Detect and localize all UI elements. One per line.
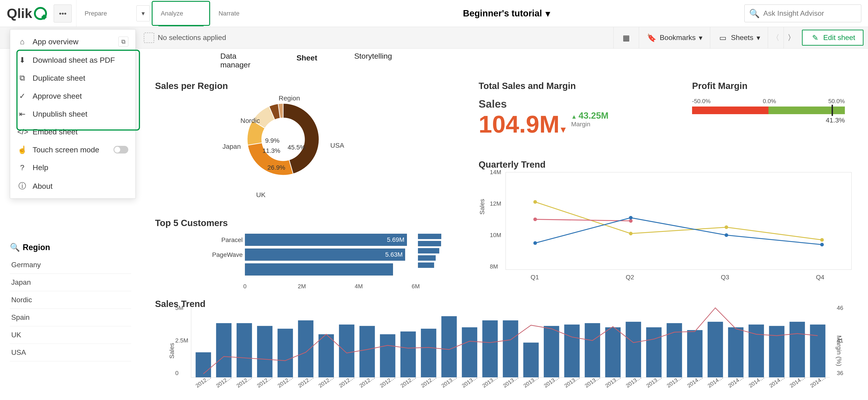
help-icon: ? [17,163,27,172]
svg-rect-27 [544,326,559,377]
tab-analyze[interactable]: Analyze Sheet [152,1,210,26]
svg-point-4 [533,218,537,221]
menu-download-label: Download sheet as PDF [33,56,115,64]
svg-point-0 [533,200,537,204]
chart-sales-trend[interactable]: Sales Trend Sales Margin (%) 02.5M5M 364… [155,299,857,396]
svg-rect-23 [462,328,477,377]
kpi-sales-value: 104.9M [478,110,565,138]
qt-xtick: Q3 [721,274,729,281]
app-title-text: Beginner's tutorial [463,8,542,19]
tab-narrate[interactable]: Narrate Storytelling [210,0,269,27]
download-icon: ⬇ [17,56,27,64]
bookmarks-button[interactable]: 🔖 Bookmarks ▾ [639,27,710,48]
st-ytick: 2.5M [175,337,188,344]
st-y2tick: 46 [837,305,843,311]
chart-quarterly-trend[interactable]: Quarterly Trend Sales 8M10M12M14M Q1Q2Q3… [478,159,854,285]
svg-rect-29 [585,323,600,377]
insight-search-input[interactable] [763,9,857,18]
svg-rect-16 [318,334,334,377]
donut-region-label: Japan [222,143,241,150]
filter-item[interactable]: Germany [10,256,131,274]
global-menu-button[interactable]: ••• [54,4,72,23]
t5-bar[interactable] [245,264,393,276]
chart-top5-customers[interactable]: Top 5 Customers 5.69MParacel5.63MPageWav… [155,218,447,290]
gauge-profit-margin[interactable]: Profit Margin -50.0% 0.0% 50.0% 41.3% [692,81,845,124]
svg-rect-18 [360,326,375,377]
filter-item[interactable]: Japan [10,274,131,291]
kpi-margin: 43.25M Margin [571,111,609,128]
st-ytick: 5M [175,305,183,311]
touch-toggle[interactable] [114,146,128,153]
svg-rect-25 [503,320,518,377]
kpi-total-sales-margin[interactable]: Total Sales and Margin Sales 104.9M 43.2… [478,81,681,138]
donut-region-label: Nordic [241,117,260,124]
sheets-button[interactable]: ▭ Sheets ▾ [710,27,768,48]
t5-bar-name: PageWave [209,251,243,258]
approve-icon: ✓ [17,91,27,100]
svg-rect-26 [523,343,539,377]
qt-plot-area [505,172,851,270]
t5-bar[interactable]: 5.63M [245,249,405,261]
insight-search[interactable]: 🔍 [744,4,861,22]
menu-touch-mode[interactable]: ☝ Touch screen mode [10,141,135,159]
filter-item[interactable]: Nordic [10,291,131,309]
svg-point-2 [725,225,728,229]
svg-rect-21 [421,329,436,377]
svg-rect-32 [646,328,662,377]
no-selections: No selections applied [135,33,226,43]
search-icon: 🔍 [10,243,20,252]
chart-sales-per-region[interactable]: Sales per Region Region USAUKJapanNordic… [155,81,447,202]
svg-rect-35 [708,322,723,377]
filter-item[interactable]: Spain [10,309,131,326]
menu-embed-sheet[interactable]: </> Embed sheet [10,123,135,141]
t5-xtick: 6M [412,283,420,290]
pencil-icon: ✎ [810,33,820,43]
filter-item[interactable]: USA [10,344,131,361]
tab-analyze-sup: Analyze [161,10,201,17]
bookmarks-label: Bookmarks [660,33,696,42]
kpi-margin-label: Margin [571,121,609,128]
chevron-down-icon: ▾ [699,33,703,42]
menu-help[interactable]: ? Help [10,159,135,176]
svg-rect-33 [667,323,682,377]
edit-sheet-button[interactable]: ✎ Edit sheet [802,30,864,45]
app-title[interactable]: Beginner's tutorial ▾ [269,0,744,27]
svg-rect-20 [400,332,416,377]
no-selections-text: No selections applied [158,33,226,42]
duplicate-icon: ⧉ [17,73,27,83]
dashboard: Sales per Region Region USAUKJapanNordic… [144,52,859,398]
menu-download-pdf[interactable]: ⬇ Download sheet as PDF [10,51,135,69]
t5-minimap[interactable] [418,234,443,270]
menu-app-overview[interactable]: ⌂ App overview ⧉ [10,32,135,51]
qt-ytick: 12M [490,200,501,207]
menu-unpublish-sheet[interactable]: ⇤ Unpublish sheet [10,105,135,123]
st-title: Sales Trend [155,299,857,309]
global-menu-popup: ⌂ App overview ⧉ ⬇ Download sheet as PDF… [10,29,136,198]
t5-bar[interactable]: 5.69M [245,234,407,246]
svg-point-9 [820,243,824,247]
donut-pct-label: 9.9% [265,137,280,144]
menu-duplicate-sheet[interactable]: ⧉ Duplicate sheet [10,69,135,87]
svg-point-6 [533,241,537,245]
menu-approve-sheet[interactable]: ✓ Approve sheet [10,87,135,105]
t5-title: Top 5 Customers [155,218,447,228]
open-new-icon[interactable]: ⧉ [118,37,128,47]
tab-prepare[interactable]: Prepare Data manager [76,0,134,27]
prepare-dropdown[interactable]: ▾ [136,5,150,21]
svg-rect-34 [687,330,703,377]
next-sheet-button[interactable]: 〉 [783,27,799,48]
assets-button[interactable]: ▦ [613,27,639,48]
menu-about[interactable]: ⓘ About [10,176,135,196]
menu-about-label: About [33,182,53,190]
filter-title[interactable]: 🔍 Region [10,243,131,256]
qt-ytick: 8M [490,263,498,270]
st-plot-area [191,308,830,377]
menu-embed-label: Embed sheet [33,127,78,136]
st-y2tick: 41 [837,337,843,344]
filter-pane-region: 🔍 Region GermanyJapanNordicSpainUKUSA [10,243,131,361]
filter-item[interactable]: UK [10,326,131,344]
selection-placeholder-icon [144,33,154,43]
prev-sheet-button[interactable]: 〈 [768,27,783,48]
sheet-nav: 〈 〉 [768,27,799,48]
pm-needle [832,105,833,116]
